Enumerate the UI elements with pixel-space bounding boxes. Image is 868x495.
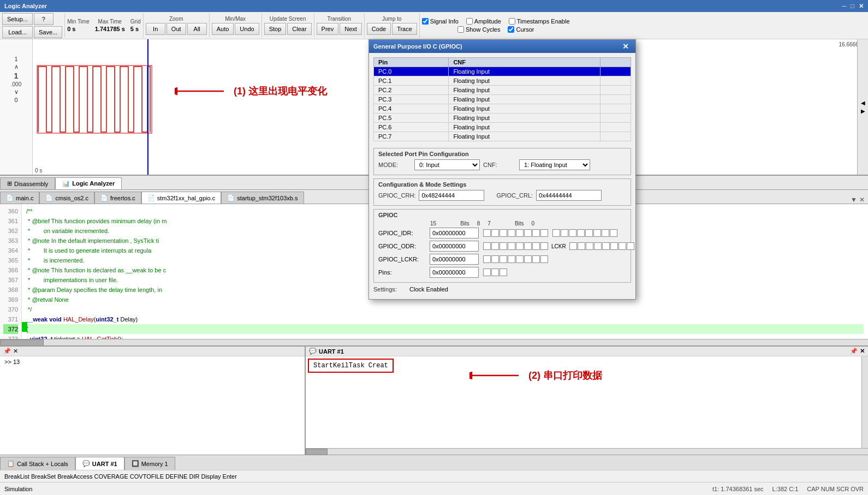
extra-cell <box>600 67 631 76</box>
annotation-group: (1) 这里出现电平变化 <box>175 83 327 99</box>
close-left-icon[interactable]: ✕ <box>13 348 18 355</box>
crl-input[interactable] <box>536 190 602 201</box>
min-time-label: Min Time <box>67 19 90 25</box>
disassembly-label: Disassembly <box>14 181 48 187</box>
tab-uart1[interactable]: 💬 UART #1 <box>75 457 124 470</box>
amplitude-check[interactable] <box>466 18 473 25</box>
bit-cell <box>532 242 540 250</box>
idr-value[interactable] <box>430 228 479 238</box>
bit-cell <box>540 229 548 237</box>
pin-row[interactable]: PC.2Floating Input <box>374 86 631 95</box>
close-panel-btn[interactable]: ✕ <box>858 196 866 204</box>
crh-input[interactable] <box>419 190 484 201</box>
cnf-select[interactable]: 1: Floating Input <box>519 159 590 170</box>
pin-row[interactable]: PC.1Floating Input <box>374 76 631 86</box>
close-btn[interactable]: ✕ <box>859 3 864 10</box>
bit-cell <box>483 229 491 237</box>
tab-call-stack[interactable]: 📋 Call Stack + Locals <box>0 457 75 470</box>
bits-15-label: 15 <box>430 220 436 226</box>
code-button[interactable]: Code <box>367 23 391 35</box>
pin-row[interactable]: PC.5Floating Input <box>374 114 631 123</box>
bit-cell <box>483 255 491 263</box>
la-label: Logic Analyzer <box>72 180 115 187</box>
tab-logic-analyzer[interactable]: 📊 Logic Analyzer <box>55 177 122 189</box>
show-cycles-check[interactable] <box>457 26 464 33</box>
main-c-icon: 📄 <box>6 194 14 201</box>
uart1-icon: 💬 <box>82 460 90 467</box>
svg-rect-0 <box>37 65 152 133</box>
mode-select[interactable]: 0: Input <box>414 159 480 170</box>
dialog-close-btn[interactable]: ✕ <box>620 42 631 51</box>
signal-info-check[interactable] <box>422 18 429 25</box>
zoom-all-button[interactable]: All <box>187 23 207 35</box>
h-scroll-thumb[interactable] <box>0 339 44 345</box>
bit-cell <box>577 229 585 237</box>
extra-cell <box>600 86 631 95</box>
min-time-value: 0 s <box>67 26 90 32</box>
uart-close-icon[interactable]: ✕ <box>860 348 865 355</box>
cnf-cell: Floating Input <box>449 132 600 141</box>
uart-scrollbar[interactable] <box>861 356 868 448</box>
file-tab-main-c[interactable]: 📄 main.c <box>0 192 39 204</box>
time-start-label: 0 s <box>35 168 42 174</box>
extra-cell <box>600 114 631 123</box>
next-button[interactable]: Next <box>340 23 362 35</box>
memory1-icon: 🔲 <box>132 460 139 467</box>
zoom-out-button[interactable]: Out <box>167 23 186 35</box>
bit-cell <box>578 242 585 250</box>
pin-row[interactable]: PC.7Floating Input <box>374 132 631 141</box>
h-scrollbar[interactable] <box>0 339 868 345</box>
pin-row[interactable]: PC.0Floating Input <box>374 67 631 76</box>
jump-label: Jump to <box>367 16 417 22</box>
odr-value[interactable] <box>430 241 479 252</box>
uart-header: 💬 UART #1 📌 ✕ <box>306 347 868 356</box>
uart-h-scrollbar[interactable] <box>306 448 868 455</box>
pins-value[interactable] <box>430 267 479 278</box>
expand-btn[interactable]: ▼ <box>849 196 858 204</box>
trace-button[interactable]: Trace <box>392 23 417 35</box>
transition-label: Transition <box>317 16 362 22</box>
pin-table-container[interactable]: Pin CNF PC.0Floating InputPC.1Floating I… <box>373 57 631 145</box>
bit-cell <box>586 242 593 250</box>
file-tab-freertos[interactable]: 📄 freertos.c <box>94 192 141 204</box>
pin-row[interactable]: PC.3Floating Input <box>374 95 631 104</box>
maximize-btn[interactable]: □ <box>851 3 854 10</box>
uart-title: UART #1 <box>319 348 344 355</box>
value-label: .000 <box>11 81 21 87</box>
scroll-right-btn2[interactable]: ▶ <box>861 108 865 114</box>
pin-row[interactable]: PC.4Floating Input <box>374 104 631 114</box>
pin-cell: PC.1 <box>374 76 449 86</box>
bit-cell <box>491 269 499 276</box>
uart-content: StartKeilTask Creat (2) 串口打印数据 <box>306 356 868 448</box>
bit-cell <box>540 255 548 263</box>
caps-info: CAP NUM SCR OVR <box>807 486 864 492</box>
uart-h-thumb[interactable] <box>306 449 328 455</box>
save-button[interactable]: Save... <box>34 26 62 38</box>
pin-row[interactable]: PC.6Floating Input <box>374 123 631 132</box>
line-numbers: 360 361 362 363 364 365 366 367 368 369 … <box>0 204 22 339</box>
lckr-value[interactable] <box>430 254 479 265</box>
minimize-btn[interactable]: ─ <box>842 3 847 10</box>
scroll-right-btn[interactable]: ◀ <box>861 100 865 106</box>
clear-button[interactable]: Clear <box>287 23 311 35</box>
timestamps-check[interactable] <box>509 18 515 25</box>
bottom-cmd-bar: BreakList BreakSet BreakAccess COVERAGE … <box>0 470 868 482</box>
auto-button[interactable]: Auto <box>212 23 234 35</box>
zoom-in-button[interactable]: In <box>146 23 165 35</box>
file-tab-gpio[interactable]: 📄 stm32f1xx_hal_gpio.c <box>141 192 221 204</box>
mode-row: MODE: 0: Input CNF: 1: Floating Input <box>378 159 626 170</box>
bits-header: 15 Bits 8 7 Bits 0 <box>430 220 626 226</box>
tab-memory1[interactable]: 🔲 Memory 1 <box>124 457 175 470</box>
la-icon: 📊 <box>62 180 70 187</box>
tab-disassembly[interactable]: ⊞ Disassembly <box>0 177 55 189</box>
minmax-group: Min/Max Auto Undo <box>212 14 262 38</box>
file-tab-startup[interactable]: 📄 startup_stm32f103xb.s <box>221 192 304 204</box>
prev-button[interactable]: Prev <box>317 23 339 35</box>
cursor-check[interactable] <box>508 26 514 33</box>
undo-button[interactable]: Undo <box>235 23 259 35</box>
help-button[interactable]: ? <box>34 13 53 25</box>
stop-button[interactable]: Stop <box>264 23 287 35</box>
setup-button[interactable]: Setup... <box>2 13 33 25</box>
file-tab-cmsis[interactable]: 📄 cmsis_os2.c <box>39 192 94 204</box>
load-button[interactable]: Load... <box>2 26 33 38</box>
